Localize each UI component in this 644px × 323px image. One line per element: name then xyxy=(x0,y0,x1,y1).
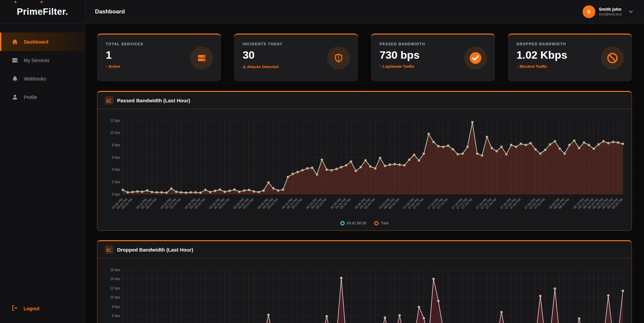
topbar: Dashboard S Smith john test@test.test xyxy=(85,0,644,23)
chart-legend: 89.42.88.58 Total xyxy=(102,218,627,228)
sidebar-item-profile[interactable]: Profile xyxy=(0,88,85,106)
stat-card-total-services: TOTAL SERVICES 1 ↑ Active xyxy=(97,34,221,82)
stat-label: INCIDENTS TODAY xyxy=(243,42,349,46)
stat-label: TOTAL SERVICES xyxy=(106,42,212,46)
svg-text:12 bps: 12 bps xyxy=(110,286,120,290)
legend-swatch-teal xyxy=(340,221,345,225)
svg-text:10 bps: 10 bps xyxy=(110,295,120,299)
sidebar-item-label: Profile xyxy=(24,95,37,100)
check-circle-icon xyxy=(464,47,487,69)
svg-text:4 bps: 4 bps xyxy=(112,168,120,171)
stat-card-incidents-today: INCIDENTS TODAY 30 ⚠ Attacks Detected xyxy=(234,34,358,82)
shield-icon xyxy=(327,47,350,69)
legend-label: Total xyxy=(381,221,388,225)
page-title: Dashboard xyxy=(95,8,125,15)
server-icon xyxy=(190,47,213,69)
svg-text:6 bps: 6 bps xyxy=(112,314,120,318)
svg-text:6 bps: 6 bps xyxy=(112,156,120,159)
logo-accent-icon xyxy=(14,1,17,3)
chart-header: Passed Bandwidth (Last Hour) xyxy=(102,92,627,109)
legend-label: 89.42.88.58 xyxy=(347,221,366,225)
stat-card-dropped-bandwidth: DROPPED BANDWIDTH 1.02 Kbps ↓ Blocked Tr… xyxy=(508,34,632,82)
svg-text:14 bps: 14 bps xyxy=(110,277,120,281)
svg-text:8 bps: 8 bps xyxy=(112,143,120,147)
warning-icon: ⚠ xyxy=(243,65,246,69)
chevron-down-icon[interactable] xyxy=(628,9,634,15)
stat-card-passed-bandwidth: PASSED BANDWIDTH 730 bps ↑ Legitimate Tr… xyxy=(371,34,495,82)
svg-text:16 bps: 16 bps xyxy=(110,268,120,272)
logout-button[interactable]: Logout xyxy=(0,300,85,317)
svg-text:12 bps: 12 bps xyxy=(110,119,120,122)
sidebar-item-label: Dashboard xyxy=(24,39,48,45)
stats-row: TOTAL SERVICES 1 ↑ Active INCIDENTS TODA… xyxy=(97,34,632,82)
sidebar-nav: Dashboard My Services Webhooks Profile xyxy=(0,24,85,300)
stat-label: DROPPED BANDWIDTH xyxy=(516,42,623,46)
logo: PrimeFilter. xyxy=(0,0,85,24)
main-content: TOTAL SERVICES 1 ↑ Active INCIDENTS TODA… xyxy=(85,23,644,323)
divider xyxy=(97,109,632,109)
dropped-bandwidth-chart-card: Dropped Bandwidth (Last Hour) 16 bps14 b… xyxy=(97,240,632,323)
svg-text:10 bps: 10 bps xyxy=(110,131,120,134)
sidebar-item-my-services[interactable]: My Services xyxy=(0,51,85,69)
svg-text:2 bps: 2 bps xyxy=(112,180,120,184)
bell-icon xyxy=(11,75,18,82)
stat-label: PASSED BANDWIDTH xyxy=(380,42,486,46)
sidebar-item-label: Webhooks xyxy=(24,76,46,82)
logout-label: Logout xyxy=(23,306,39,311)
logout-icon xyxy=(11,305,18,312)
sidebar: PrimeFilter. Dashboard My Services Webho… xyxy=(0,0,85,323)
passed-bandwidth-chart-card: Passed Bandwidth (Last Hour) 12 bps10 bp… xyxy=(97,91,632,231)
home-icon xyxy=(11,39,18,45)
sidebar-item-label: My Services xyxy=(24,58,49,63)
user-name: Smith john xyxy=(599,7,622,12)
arrow-up-icon: ↑ xyxy=(380,64,382,68)
logo-accent-icon xyxy=(40,1,43,3)
chart-line-icon xyxy=(105,96,113,105)
logo-text: PrimeFilter. xyxy=(17,7,68,17)
svg-text:8 bps: 8 bps xyxy=(112,305,120,309)
person-icon xyxy=(11,94,18,101)
sidebar-item-dashboard[interactable]: Dashboard xyxy=(0,33,85,51)
chart-title: Passed Bandwidth (Last Hour) xyxy=(117,98,190,103)
legend-item-total[interactable]: Total xyxy=(374,221,388,225)
passed-bandwidth-chart: 12 bps10 bps8 bps6 bps4 bps2 bps0 bps05:… xyxy=(102,111,628,218)
chart-title: Dropped Bandwidth (Last Hour) xyxy=(117,247,193,253)
user-email: test@test.test xyxy=(599,12,622,17)
svg-text:0 bps: 0 bps xyxy=(112,193,120,196)
servers-icon xyxy=(11,57,18,64)
chart-line-icon xyxy=(105,245,113,254)
chart-header: Dropped Bandwidth (Last Hour) xyxy=(102,241,627,258)
legend-item-ip[interactable]: 89.42.88.58 xyxy=(340,221,366,225)
arrow-down-icon: ↓ xyxy=(516,64,518,68)
user-meta: Smith john test@test.test xyxy=(599,7,622,17)
legend-swatch-orange xyxy=(374,221,379,225)
sidebar-item-webhooks[interactable]: Webhooks xyxy=(0,69,85,88)
avatar: S xyxy=(583,5,595,18)
ban-icon xyxy=(601,47,624,69)
divider xyxy=(97,258,632,258)
arrow-up-icon: ↑ xyxy=(106,64,108,68)
dropped-bandwidth-chart: 16 bps14 bps12 bps10 bps8 bps6 bps4 bps2… xyxy=(102,260,628,323)
user-menu[interactable]: S Smith john test@test.test xyxy=(583,5,634,18)
